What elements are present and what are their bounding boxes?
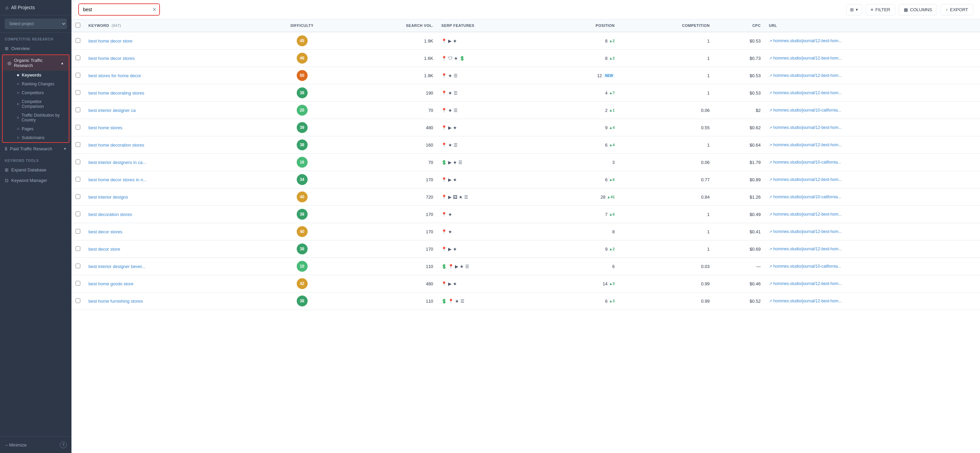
view-toggle-button[interactable]: ⊞ ▼ bbox=[846, 4, 862, 15]
keyword-link[interactable]: best home goods store bbox=[89, 281, 134, 286]
keyword-link[interactable]: best home decor store bbox=[89, 38, 132, 43]
keyword-link[interactable]: best stores for home decor bbox=[89, 73, 141, 78]
keyword-link[interactable]: best decoration stores bbox=[89, 212, 132, 217]
row-checkbox[interactable] bbox=[76, 108, 80, 112]
search-vol-value: 1.9K bbox=[424, 73, 433, 78]
serp-features-icons: 📍▶★ bbox=[441, 125, 542, 130]
keyword-link[interactable]: best home decor stores in n... bbox=[89, 177, 147, 182]
position-change: ▲2 bbox=[609, 39, 614, 43]
keyword-link[interactable]: best home decorating stores bbox=[89, 91, 144, 95]
grid-icon: ⊞ bbox=[5, 46, 8, 51]
url-link[interactable]: hommes.studio/journal/10-california... bbox=[773, 264, 841, 269]
columns-button[interactable]: ▦ COLUMNS bbox=[899, 4, 937, 15]
keyword-link[interactable]: best home decoration stores bbox=[89, 143, 144, 148]
header-cpc[interactable]: CPC bbox=[714, 19, 765, 32]
row-checkbox[interactable] bbox=[76, 229, 80, 234]
url-link[interactable]: hommes.studio/journal/12-best-hom... bbox=[773, 143, 842, 147]
row-checkbox[interactable] bbox=[76, 298, 80, 303]
url-link[interactable]: hommes.studio/journal/10-california... bbox=[773, 108, 841, 113]
header-competition[interactable]: COMPETITION bbox=[619, 19, 714, 32]
position-value: 9 bbox=[605, 125, 608, 130]
paid-traffic-label: Paid Traffic Research bbox=[10, 146, 52, 151]
header-url[interactable]: URL bbox=[765, 19, 980, 32]
url-link[interactable]: hommes.studio/journal/12-best-hom... bbox=[773, 91, 842, 95]
keyword-link[interactable]: best home furnishing stores bbox=[89, 299, 143, 304]
row-checkbox[interactable] bbox=[76, 90, 80, 95]
url-link[interactable]: hommes.studio/journal/12-best-hom... bbox=[773, 281, 842, 286]
url-link[interactable]: hommes.studio/journal/12-best-hom... bbox=[773, 299, 842, 304]
url-link[interactable]: hommes.studio/journal/12-best-hom... bbox=[773, 125, 842, 130]
url-link[interactable]: hommes.studio/journal/12-best-hom... bbox=[773, 212, 842, 217]
sidebar-subitem-competitor-comparison[interactable]: Competitor Comparison bbox=[12, 97, 69, 111]
serp-features-icons: 📍▶★ bbox=[441, 246, 542, 252]
url-link[interactable]: hommes.studio/journal/12-best-hom... bbox=[773, 246, 842, 251]
row-checkbox[interactable] bbox=[76, 159, 80, 164]
row-checkbox[interactable] bbox=[76, 125, 80, 130]
project-select[interactable]: Select project bbox=[5, 19, 67, 29]
row-checkbox[interactable] bbox=[76, 194, 80, 199]
external-link-icon: ↗ bbox=[769, 230, 772, 234]
row-checkbox[interactable] bbox=[76, 38, 80, 43]
position-cell: 2 ▲1 bbox=[550, 108, 614, 113]
row-checkbox[interactable] bbox=[76, 142, 80, 147]
row-checkbox[interactable] bbox=[76, 211, 80, 216]
keyword-link[interactable]: best interior designs bbox=[89, 194, 128, 200]
row-checkbox[interactable] bbox=[76, 246, 80, 251]
cpc-value: $0.41 bbox=[749, 229, 761, 234]
difficulty-badge: 16 bbox=[297, 157, 308, 168]
sidebar-item-organic-traffic[interactable]: ◎ Organic Traffic Research ▲ bbox=[3, 55, 69, 71]
export-button[interactable]: ↑ EXPORT bbox=[940, 4, 973, 15]
sidebar-subitem-pages[interactable]: Pages bbox=[12, 124, 69, 134]
position-value: 6 bbox=[605, 299, 608, 304]
keyword-link[interactable]: best interior designers in ca... bbox=[89, 160, 146, 165]
keyword-link[interactable]: best interior designer ca bbox=[89, 108, 136, 113]
sidebar-item-paid-traffic[interactable]: $ Paid Traffic Research ▼ bbox=[0, 143, 72, 154]
header-keyword[interactable]: KEYWORD (847) bbox=[84, 19, 261, 32]
sidebar-subitem-keywords[interactable]: Keywords bbox=[12, 71, 69, 79]
position-cell: 6 ▲3 bbox=[550, 299, 614, 304]
header-difficulty[interactable]: DIFFICULTY bbox=[261, 19, 343, 32]
sidebar-item-keyword-manager[interactable]: ⊡ Keyword Manager bbox=[0, 175, 72, 186]
help-icon[interactable]: ? bbox=[60, 442, 67, 448]
keywords-table-container: KEYWORD (847) DIFFICULTY SEARCH VOL. SER… bbox=[72, 19, 980, 453]
sidebar-subitem-competitors[interactable]: Competitors bbox=[12, 88, 69, 97]
keyword-link[interactable]: best interior designer bever... bbox=[89, 264, 146, 269]
sidebar-logo[interactable]: ⌂ All Projects bbox=[0, 0, 72, 15]
keyword-link[interactable]: best home decor stores bbox=[89, 56, 135, 61]
row-checkbox[interactable] bbox=[76, 264, 80, 268]
difficulty-badge: 38 bbox=[297, 140, 308, 150]
serp-icon: 📍 bbox=[441, 125, 447, 130]
sidebar-subitem-subdomains[interactable]: Subdomains bbox=[12, 134, 69, 142]
serp-icon: ★ bbox=[448, 143, 452, 148]
row-checkbox[interactable] bbox=[76, 281, 80, 286]
keyword-link[interactable]: best home stores bbox=[89, 125, 123, 130]
search-input[interactable] bbox=[79, 4, 159, 15]
header-position[interactable]: POSITION bbox=[546, 19, 619, 32]
select-all-checkbox[interactable] bbox=[76, 23, 80, 27]
row-checkbox[interactable] bbox=[76, 177, 80, 181]
keyword-link[interactable]: best decor store bbox=[89, 246, 120, 252]
sidebar-item-expand-database[interactable]: ⊞ Expand Database bbox=[0, 165, 72, 175]
sidebar-subitem-ranking-changes[interactable]: Ranking Changes bbox=[12, 79, 69, 88]
url-link[interactable]: hommes.studio/journal/12-best-hom... bbox=[773, 229, 842, 234]
sidebar-item-overview[interactable]: ⊞ Overview bbox=[0, 43, 72, 54]
serp-icon: ▶ bbox=[448, 246, 452, 252]
sidebar-subitem-traffic-distribution[interactable]: Traffic Distribution by Country bbox=[12, 111, 69, 124]
serp-icon: 📍 bbox=[441, 246, 447, 252]
filter-button[interactable]: ≡ FILTER bbox=[865, 4, 895, 15]
url-cell: ↗hommes.studio/journal/12-best-hom... bbox=[769, 281, 858, 286]
header-serp-features[interactable]: SERP FEATURES bbox=[437, 19, 546, 32]
url-link[interactable]: hommes.studio/journal/12-best-hom... bbox=[773, 73, 842, 78]
header-search-vol[interactable]: SEARCH VOL. bbox=[343, 19, 437, 32]
url-link[interactable]: hommes.studio/journal/12-best-hom... bbox=[773, 56, 842, 60]
minimize-button[interactable]: ← Minimize ? bbox=[0, 436, 72, 453]
external-link-icon: ↗ bbox=[769, 212, 772, 217]
url-link[interactable]: hommes.studio/journal/12-best-hom... bbox=[773, 177, 842, 182]
clear-search-button[interactable]: ✕ bbox=[153, 7, 156, 12]
row-checkbox[interactable] bbox=[76, 73, 80, 78]
url-link[interactable]: hommes.studio/journal/10-california... bbox=[773, 160, 841, 165]
url-link[interactable]: hommes.studio/journal/10-california... bbox=[773, 194, 841, 199]
row-checkbox[interactable] bbox=[76, 56, 80, 60]
keyword-link[interactable]: best decor stores bbox=[89, 229, 123, 234]
url-link[interactable]: hommes.studio/journal/12-best-hom... bbox=[773, 38, 842, 43]
